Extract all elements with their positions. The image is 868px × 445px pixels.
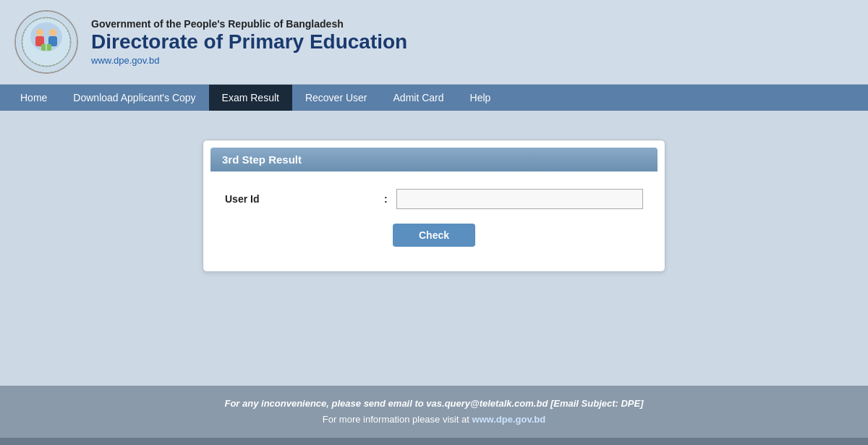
form-colon: : — [384, 193, 388, 205]
logo-image — [16, 12, 77, 72]
nav-recover-user[interactable]: Recover User — [292, 85, 380, 111]
form-body: User Id : Check — [203, 171, 665, 254]
logo — [14, 10, 78, 74]
nav-exam-result[interactable]: Exam Result — [209, 85, 292, 111]
form-card-title: 3rd Step Result — [210, 148, 658, 171]
footer-visit-line: For more information please visit at www… — [14, 412, 854, 428]
form-button-row: Check — [225, 224, 643, 247]
nav-home[interactable]: Home — [7, 85, 60, 111]
footer-email-text: For any inconvenience, please send email… — [224, 398, 643, 409]
check-button[interactable]: Check — [393, 224, 475, 247]
svg-point-2 — [36, 29, 43, 36]
page-header: Government of the People's Republic of B… — [0, 0, 868, 85]
main-nav: Home Download Applicant's Copy Exam Resu… — [0, 85, 868, 111]
footer-bottom: ©2024 DPE, Directorate of Primary Educat… — [0, 438, 868, 445]
nav-admit-card[interactable]: Admit Card — [380, 85, 457, 111]
user-id-label: User Id — [225, 193, 384, 205]
main-content: 3rd Step Result User Id : Check — [0, 111, 868, 386]
form-card: 3rd Step Result User Id : Check — [203, 140, 665, 272]
footer-visit-pre: For more information please visit at — [323, 414, 472, 425]
website-url: www.dpe.gov.bd — [91, 55, 407, 66]
footer-info: For any inconvenience, please send email… — [0, 386, 868, 438]
org-name: Directorate of Primary Education — [91, 30, 407, 54]
header-text-block: Government of the People's Republic of B… — [91, 18, 407, 67]
footer-email-line: For any inconvenience, please send email… — [14, 396, 854, 412]
nav-help[interactable]: Help — [457, 85, 504, 111]
nav-download[interactable]: Download Applicant's Copy — [60, 85, 208, 111]
svg-point-3 — [49, 29, 56, 36]
gov-line: Government of the People's Republic of B… — [91, 18, 407, 30]
footer-visit-link[interactable]: www.dpe.gov.bd — [472, 414, 545, 425]
user-id-input[interactable] — [396, 189, 643, 209]
user-id-row: User Id : — [225, 189, 643, 209]
